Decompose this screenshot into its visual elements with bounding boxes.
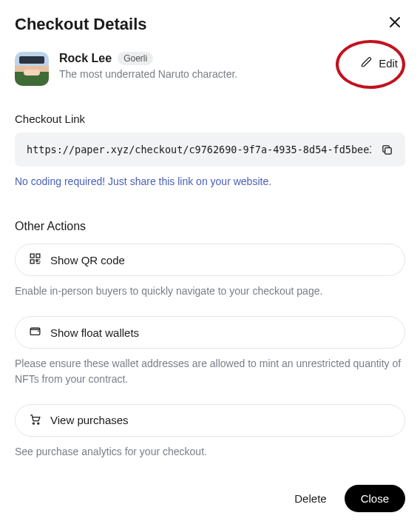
wallet-icon <box>29 325 41 340</box>
item-name: Rock Lee <box>59 52 112 65</box>
close-icon[interactable] <box>387 15 402 30</box>
checkout-link-box: https://paper.xyz/checkout/c9762690-9f7a… <box>15 132 405 167</box>
show-float-wallets-label: Show float wallets <box>50 326 139 339</box>
show-float-wallets-button[interactable]: Show float wallets <box>15 316 405 349</box>
other-actions-title: Other Actions <box>15 220 405 233</box>
qr-icon <box>29 252 41 267</box>
view-purchases-button[interactable]: View purchases <box>15 404 405 437</box>
show-qr-label: Show QR code <box>50 254 125 266</box>
footer: Delete Close <box>294 485 405 512</box>
copy-icon[interactable] <box>380 143 393 156</box>
item-description: The most underrated Naruto character. <box>59 68 237 80</box>
item-header: Rock Lee Goerli The most underrated Naru… <box>15 52 405 86</box>
delete-button[interactable]: Delete <box>294 492 326 505</box>
checkout-link-helper: No coding required! Just share this link… <box>15 175 405 187</box>
network-badge: Goerli <box>118 52 153 65</box>
checkout-link-label: Checkout Link <box>15 113 405 125</box>
page-title: Checkout Details <box>15 15 405 34</box>
close-button[interactable]: Close <box>345 485 405 512</box>
svg-rect-2 <box>36 254 40 258</box>
show-qr-button[interactable]: Show QR code <box>15 244 405 276</box>
svg-point-5 <box>33 423 34 424</box>
cart-icon <box>29 413 41 428</box>
edit-button-label: Edit <box>379 57 398 70</box>
edit-button[interactable]: Edit <box>353 52 405 75</box>
svg-rect-3 <box>30 260 34 264</box>
view-purchases-label: View purchases <box>50 414 129 426</box>
pencil-icon <box>361 56 373 70</box>
checkout-link-text: https://paper.xyz/checkout/c9762690-9f7a… <box>27 144 371 155</box>
show-qr-helper: Enable in-person buyers to quickly navig… <box>15 283 405 298</box>
svg-point-6 <box>38 423 39 424</box>
item-avatar <box>15 52 49 86</box>
view-purchases-helper: See purchase analytics for your checkout… <box>15 444 405 459</box>
svg-rect-0 <box>385 147 391 154</box>
show-float-wallets-helper: Please ensure these wallet addresses are… <box>15 356 405 386</box>
svg-rect-1 <box>30 254 34 258</box>
